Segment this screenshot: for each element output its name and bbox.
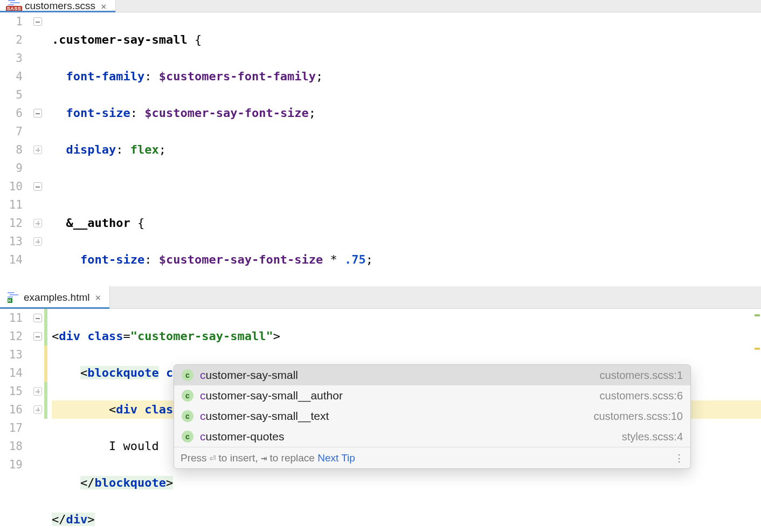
- css-value: flex: [130, 143, 159, 156]
- fold-end-icon: [33, 237, 42, 246]
- tab-customers-scss[interactable]: SASS customers.scss ×: [0, 0, 116, 12]
- fold-toggle-icon[interactable]: [33, 182, 42, 191]
- tab-title: customers.scss: [25, 0, 95, 12]
- tab-examples-html[interactable]: examples.html ×: [0, 286, 110, 308]
- info-marker[interactable]: [755, 314, 760, 316]
- css-property: font-size: [66, 106, 130, 120]
- scss-variable: $customer-say-font-size: [159, 253, 323, 266]
- fold-end-icon: [33, 146, 42, 154]
- next-tip-link[interactable]: Next Tip: [317, 452, 355, 464]
- class-pill-icon: c: [182, 369, 193, 381]
- tab-key-icon: ⇥: [261, 452, 267, 464]
- completion-label: customer-say-small__text: [200, 410, 587, 423]
- html-tag: div: [66, 513, 88, 526]
- completion-label: customer-say-small__author: [200, 389, 593, 402]
- top-tabbar: SASS customers.scss ×: [0, 0, 761, 12]
- warn-marker[interactable]: [755, 348, 760, 350]
- completion-source: customers.scss:6: [600, 390, 683, 402]
- fold-end-icon: [33, 405, 42, 414]
- completion-popup: c customer-say-small customers.scss:1 c …: [174, 364, 691, 469]
- bottom-gutter: 11 12 13 14 15 16 17 18 19: [0, 309, 30, 532]
- vcs-modified-marker[interactable]: [44, 346, 47, 382]
- fold-toggle-icon[interactable]: [33, 17, 42, 26]
- html-attr: class: [87, 329, 123, 343]
- html-tag: blockquote: [94, 476, 165, 489]
- html-tag: blockquote: [87, 366, 158, 379]
- completion-footer: Press ⏎ to insert, ⇥ to replace Next Tip…: [174, 447, 690, 468]
- scss-variable: $customer-say-font-size: [144, 106, 309, 120]
- close-icon[interactable]: ×: [100, 1, 108, 12]
- fold-toggle-icon[interactable]: [33, 332, 42, 341]
- class-value: customer-say-small: [137, 329, 266, 343]
- completion-item[interactable]: c customer-say-small__author customers.s…: [174, 385, 690, 406]
- completion-label: customer-quotes: [200, 430, 615, 443]
- class-pill-icon: c: [182, 431, 193, 443]
- enter-key-icon: ⏎: [210, 452, 216, 464]
- fold-toggle-icon[interactable]: [33, 109, 42, 118]
- bottom-tabbar: examples.html ×: [0, 286, 761, 309]
- text-node: I would: [109, 439, 166, 453]
- fold-toggle-icon[interactable]: [33, 314, 42, 322]
- vcs-added-marker[interactable]: [44, 382, 47, 419]
- selector: .customer-say-small: [52, 33, 188, 46]
- kebab-icon[interactable]: ⋮: [674, 452, 684, 464]
- completion-item[interactable]: c customer-say-small customers.scss:1: [174, 365, 690, 385]
- completion-item[interactable]: c customer-quotes styles.scss:4: [174, 426, 690, 447]
- completion-hint: Press ⏎ to insert, ⇥ to replace Next Tip: [181, 452, 355, 464]
- completion-label: customer-say-small: [200, 369, 593, 382]
- css-property: font-family: [66, 70, 145, 83]
- html-tag: div: [59, 329, 80, 343]
- fold-end-icon: [33, 219, 42, 227]
- fold-end-icon: [33, 387, 42, 396]
- completion-source: customers.scss:1: [600, 369, 683, 382]
- tab-title: examples.html: [24, 292, 90, 303]
- completion-source: customers.scss:10: [593, 410, 683, 423]
- css-property: font-size: [80, 253, 144, 266]
- completion-item[interactable]: c customer-say-small__text customers.scs…: [174, 406, 690, 426]
- vcs-added-marker[interactable]: [44, 309, 47, 346]
- bottom-editor[interactable]: 11 12 13 14 15 16 17 18 19 <div class="c…: [0, 309, 761, 532]
- sass-file-icon: SASS: [8, 0, 20, 12]
- nested-selector: &__author: [66, 216, 130, 230]
- html-file-icon: [8, 292, 19, 303]
- class-pill-icon: c: [182, 390, 193, 402]
- scss-variable: $customers-font-family: [159, 70, 316, 83]
- html-tag: div: [116, 403, 137, 416]
- css-property: display: [66, 143, 116, 156]
- close-icon[interactable]: ×: [94, 292, 102, 303]
- error-stripe[interactable]: [753, 309, 761, 532]
- class-pill-icon: c: [182, 410, 193, 422]
- number-literal: .75: [344, 253, 366, 266]
- completion-source: styles.scss:4: [622, 431, 683, 443]
